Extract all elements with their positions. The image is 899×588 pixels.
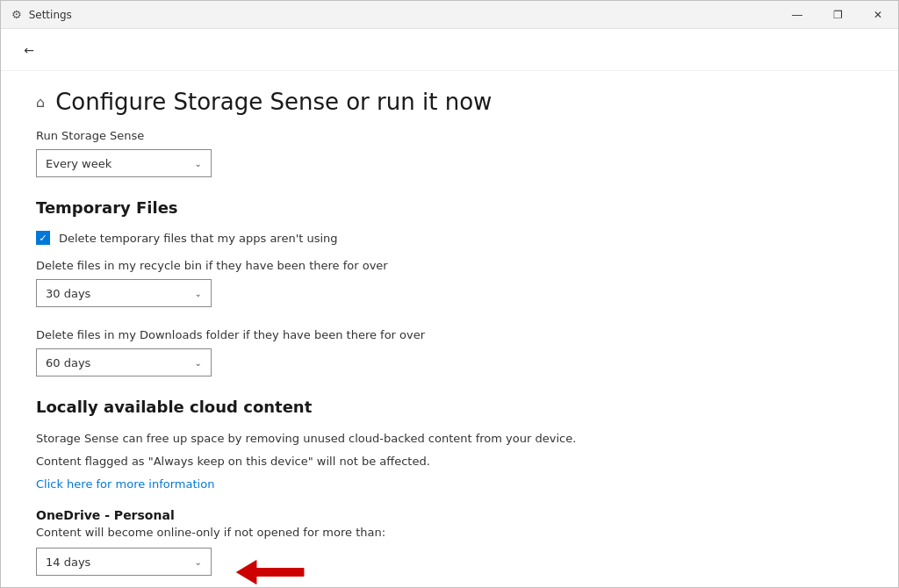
temporary-files-title: Temporary Files [36, 198, 863, 217]
titlebar-title: Settings [29, 9, 72, 21]
cloud-content-title: Locally available cloud content [36, 398, 863, 416]
delete-temp-files-label: Delete temporary files that my apps aren… [59, 232, 338, 245]
home-icon: ⌂ [36, 94, 45, 111]
downloads-label: Delete files in my Downloads folder if t… [36, 328, 863, 341]
run-storage-sense-dropdown[interactable]: Every week ⌄ [36, 149, 212, 177]
red-arrow-icon [233, 552, 312, 587]
titlebar-left: ⚙ Settings [11, 8, 72, 21]
svg-marker-0 [237, 561, 305, 584]
recycle-bin-dropdown[interactable]: 30 days ⌄ [36, 279, 212, 307]
downloads-arrow-icon: ⌄ [195, 358, 202, 368]
delete-temp-files-checkbox[interactable]: ✓ [36, 231, 50, 245]
onedrive-desc: Content will become online-only if not o… [36, 526, 863, 539]
checkbox-check-icon: ✓ [39, 233, 47, 244]
recycle-bin-value: 30 days [46, 287, 90, 300]
more-info-link[interactable]: Click here for more information [36, 477, 214, 491]
cloud-content-desc2: Content flagged as "Always keep on this … [36, 453, 863, 470]
downloads-value: 60 days [46, 356, 90, 369]
titlebar-controls: — ❐ ✕ [777, 1, 898, 29]
back-icon: ← [24, 43, 34, 57]
page-header: ⌂ Configure Storage Sense or run it now [36, 89, 863, 115]
run-storage-sense-label: Run Storage Sense [36, 129, 863, 142]
downloads-dropdown[interactable]: 60 days ⌄ [36, 348, 212, 376]
nav-bar: ← [1, 29, 898, 71]
close-button[interactable]: ✕ [858, 1, 898, 29]
arrow-indicator [233, 552, 312, 587]
recycle-bin-arrow-icon: ⌄ [195, 289, 202, 298]
settings-icon: ⚙ [11, 8, 22, 21]
page-title: Configure Storage Sense or run it now [55, 89, 492, 115]
back-button[interactable]: ← [15, 36, 43, 64]
run-storage-sense-value: Every week [46, 157, 111, 170]
delete-temp-files-row: ✓ Delete temporary files that my apps ar… [36, 231, 863, 245]
onedrive-dropdown-row: 14 days ⌄ [36, 548, 863, 587]
maximize-button[interactable]: ❐ [817, 1, 858, 29]
onedrive-title: OneDrive - Personal [36, 508, 863, 522]
onedrive-arrow-icon: ⌄ [195, 557, 202, 567]
run-storage-sense-arrow-icon: ⌄ [195, 159, 202, 169]
settings-window: ⚙ Settings — ❐ ✕ ← ⌂ Configure Storage S… [0, 0, 899, 588]
minimize-button[interactable]: — [777, 1, 817, 29]
titlebar: ⚙ Settings — ❐ ✕ [1, 1, 898, 29]
onedrive-value: 14 days [46, 556, 90, 569]
cloud-content-desc1: Storage Sense can free up space by remov… [36, 430, 863, 448]
main-content: ⌂ Configure Storage Sense or run it now … [1, 71, 898, 587]
onedrive-dropdown[interactable]: 14 days ⌄ [36, 548, 212, 576]
recycle-bin-label: Delete files in my recycle bin if they h… [36, 259, 863, 272]
